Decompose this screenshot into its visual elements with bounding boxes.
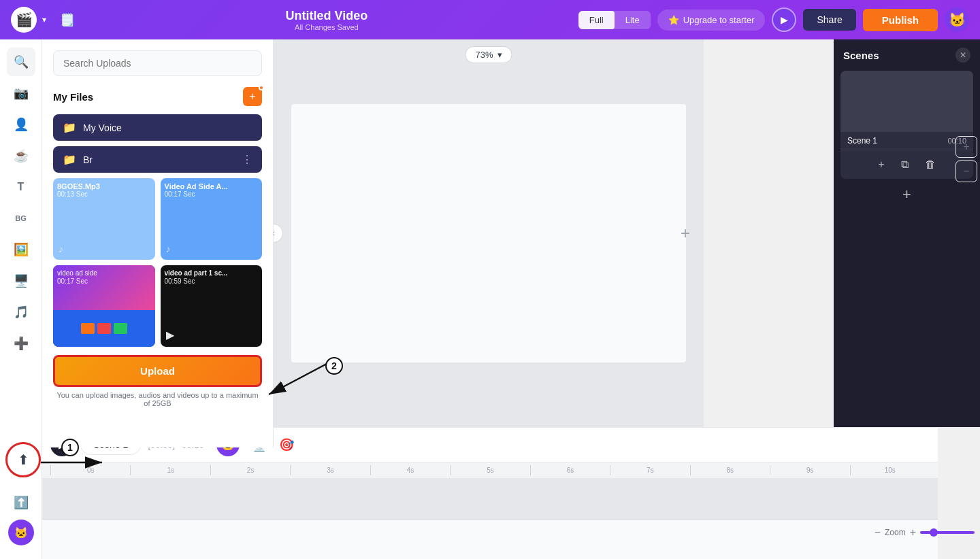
search-uploads-input[interactable] <box>53 50 262 76</box>
annotation-2-group: 2 <box>252 357 340 414</box>
annotation-1-arrow <box>41 449 122 483</box>
share-button[interactable]: Share <box>803 9 855 31</box>
scene-add-button[interactable]: + <box>872 156 889 173</box>
zoom-slider[interactable] <box>920 531 975 534</box>
my-files-header: My Files + <box>53 87 262 106</box>
scene-thumbnail-1 <box>840 71 973 132</box>
ruler-1s: 1s <box>130 465 210 475</box>
app-logo[interactable]: 🎬 <box>11 7 37 33</box>
scene-delete-button[interactable]: 🗑 <box>919 156 941 173</box>
sidebar-item-media[interactable]: 📷 <box>7 79 35 107</box>
my-voice-folder[interactable]: 📁 My Voice <box>53 114 262 141</box>
user-avatar-sidebar[interactable]: 🐱 <box>8 520 34 545</box>
scenes-header: Scenes ✕ <box>834 39 980 71</box>
ruler-9s: 9s <box>770 465 849 475</box>
media-card-1[interactable]: 8GOES.Mp3 00:13 Sec ♪ <box>53 178 155 260</box>
scenes-close-button[interactable]: ✕ <box>956 48 970 63</box>
upload-panel: My Files + 📁 My Voice 📁 Br ⋮ 8GOES.Mp3 0… <box>42 39 274 447</box>
upload-btn-container: Upload You can upload images, audios and… <box>53 355 262 407</box>
upload-circle-icon: ⬆ <box>18 452 29 468</box>
folder-icon: 📁 <box>63 121 76 134</box>
ruler-8s: 8s <box>690 465 770 475</box>
text-icon: T <box>18 181 24 193</box>
canvas-add-icon[interactable]: + <box>681 224 690 243</box>
project-title: Untitled Video <box>83 9 570 23</box>
sidebar-item-avatar[interactable]: 👤 <box>7 110 35 139</box>
upload-hint: You can upload images, audios and videos… <box>53 391 262 407</box>
scenes-title: Scenes <box>843 50 879 61</box>
logo-chevron-icon: ▾ <box>42 15 46 24</box>
more-icon[interactable]: ⋮ <box>242 153 252 166</box>
sidebar-item-screen[interactable]: 🖥️ <box>7 267 35 295</box>
timeline-zoom-controls: − Zoom + <box>875 526 975 539</box>
ruler-2s: 2s <box>210 465 290 475</box>
user-avatar-header[interactable]: 🐱 <box>945 7 969 32</box>
folder-icon-br: 📁 <box>63 153 76 166</box>
title-area: Untitled Video All Changes Saved <box>83 9 570 31</box>
scenes-panel: Scenes ✕ Scene 1 00:10 + ⧉ 🗑 + <box>834 39 980 427</box>
media-card-4[interactable]: video ad part 1 sc... 00:59 Sec ▶ <box>161 265 263 347</box>
zoom-indicator[interactable]: 73% ▾ <box>465 46 512 63</box>
upload-button[interactable]: Upload <box>53 355 262 387</box>
media-grid: 8GOES.Mp3 00:13 Sec ♪ Video Ad Side A...… <box>53 178 262 347</box>
audio-icon-1: ♪ <box>59 243 63 254</box>
sidebar-item-bg[interactable]: BG <box>7 204 35 233</box>
zoom-label: Zoom <box>885 528 906 537</box>
scene-add-area: + <box>840 186 973 203</box>
full-toggle-button[interactable]: Full <box>578 11 615 29</box>
br-folder[interactable]: 📁 Br ⋮ <box>53 146 262 173</box>
scene-name-1: Scene 1 <box>847 136 877 146</box>
header-actions: Full Lite ⭐ Upgrade to starter ▶ Share P… <box>578 7 969 32</box>
sidebar-item-coffee[interactable]: ☕ <box>7 141 35 170</box>
zoom-in-button[interactable]: + <box>956 136 977 158</box>
header: 🎬 ▾ 🗒️ Untitled Video All Changes Saved … <box>0 0 980 39</box>
ruler-10s: 10s <box>850 465 930 475</box>
folder-name-br: Br <box>83 154 235 165</box>
folder-name: My Voice <box>83 122 252 133</box>
media-card-2[interactable]: Video Ad Side A... 00:17 Sec ♪ <box>161 178 263 260</box>
zoom-minus-button[interactable]: − <box>875 526 881 539</box>
target-timeline-icon[interactable]: 🎯 <box>279 437 294 452</box>
background-icon: BG <box>15 214 27 222</box>
view-toggle: Full Lite <box>578 11 651 29</box>
lite-toggle-button[interactable]: Lite <box>615 11 651 29</box>
my-files-title: My Files <box>53 91 93 103</box>
ruler-7s: 7s <box>610 465 689 475</box>
sidebar-item-search[interactable]: 🔍 <box>7 48 35 76</box>
upgrade-button[interactable]: ⭐ Upgrade to starter <box>657 10 766 31</box>
sidebar-item-upload[interactable]: ⬆️ <box>7 488 35 517</box>
star-icon: ⭐ <box>668 15 679 25</box>
add-scene-button[interactable]: + <box>902 186 911 203</box>
screen-icon: 🖥️ <box>14 273 29 288</box>
scene-card-1[interactable]: Scene 1 00:10 + ⧉ 🗑 <box>840 71 973 179</box>
left-sidebar: 🔍 📷 👤 ☕ T BG 🖼️ 🖥️ 🎵 ➕ ⬆️ 🐱 <box>0 39 42 559</box>
svg-line-3 <box>269 364 327 394</box>
publish-button[interactable]: Publish <box>863 9 938 31</box>
upload-icon: ⬆️ <box>14 495 29 510</box>
add-file-button[interactable]: + <box>243 87 262 106</box>
sidebar-item-music[interactable]: 🎵 <box>7 298 35 326</box>
project-icon: 🗒️ <box>60 12 75 27</box>
ruler-3s: 3s <box>290 465 370 475</box>
upload-circle-annotation[interactable]: ⬆ <box>5 442 41 477</box>
zoom-out-button[interactable]: − <box>956 160 977 182</box>
zoom-chevron-icon: ▾ <box>497 50 502 60</box>
sidebar-item-image[interactable]: 🖼️ <box>7 235 35 264</box>
zoom-plus-button[interactable]: + <box>910 526 916 539</box>
audio-icon-2: ♪ <box>166 243 171 254</box>
preview-play-button[interactable]: ▶ <box>772 7 796 32</box>
ruler-6s: 6s <box>530 465 610 475</box>
media-card-3[interactable]: video ad side 00:17 Sec <box>53 265 155 347</box>
annotation-number-1: 1 <box>61 439 79 456</box>
add-icon: ➕ <box>14 336 29 351</box>
scene-copy-button[interactable]: ⧉ <box>896 156 914 173</box>
sidebar-item-text[interactable]: T <box>7 173 35 201</box>
scene-info-1: Scene 1 00:10 <box>840 132 973 150</box>
search-icon: 🔍 <box>14 54 29 69</box>
right-panel-zoom: + − <box>956 136 977 182</box>
logo-area: 🎬 ▾ <box>11 7 46 33</box>
avatar-icon: 👤 <box>14 117 29 132</box>
timeline-ruler: 0s 1s 2s 3s 4s 5s 6s 7s 8s 9s 10s <box>42 462 938 479</box>
sidebar-item-add[interactable]: ➕ <box>7 329 35 358</box>
timeline-tracks <box>42 479 938 520</box>
